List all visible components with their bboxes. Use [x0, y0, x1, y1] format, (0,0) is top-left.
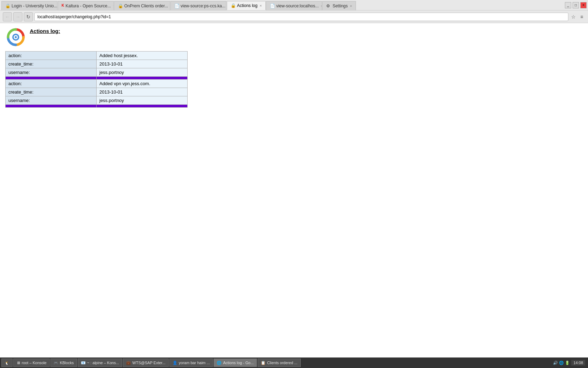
tab-onprem[interactable]: 🔒 OnPrem Clients order... × — [114, 1, 170, 10]
tab-viewsource2[interactable]: 📄 view-source:localhos... × — [266, 1, 322, 10]
tab-label-actions-log: Actions log — [237, 3, 258, 8]
page-content: Actions log: action: Added host jessex. … — [0, 23, 588, 363]
username-value-2: jess.portnoy — [97, 96, 188, 105]
action-label-2: action: — [6, 80, 97, 88]
title-bar: 🔒 Login - University Unio... × K Kaltura… — [0, 0, 588, 11]
yoram-icon: 👤 — [173, 361, 177, 365]
svg-point-3 — [15, 36, 17, 38]
address-bar[interactable]: localhost/asperger/changelog.php?id=1 — [34, 13, 568, 21]
reload-button[interactable]: ↻ — [24, 12, 33, 21]
table-row: create_time: 2013-10-01 — [6, 88, 188, 96]
tab-label-settings: Settings — [332, 4, 348, 8]
taskbar-start[interactable]: 🐧 — [1, 359, 13, 367]
konsole-icon: 🖥 — [16, 361, 20, 365]
system-tray: 🔊 🌐 🔋 — [553, 361, 570, 365]
taskbar-kblocks[interactable]: 🎮 KBlocks — [50, 359, 77, 367]
tab-label-kaltura: Kaltura - Open Source... — [65, 4, 111, 8]
browser-frame: 🔒 Login - University Unio... × K Kaltura… — [0, 0, 588, 368]
tab-viewsource1[interactable]: 📄 view-source:ps-ccs.ka... × — [170, 1, 226, 10]
close-button[interactable]: × — [580, 2, 587, 8]
tab-favicon-viewsource2: 📄 — [270, 4, 275, 8]
create-time-value-1: 2013-10-01 — [97, 60, 188, 68]
alpine-icon: 📧 — [81, 361, 86, 365]
menu-icon[interactable]: ≡ — [578, 13, 585, 20]
page-title: Actions log: — [30, 28, 60, 34]
username-label-2: username: — [6, 96, 97, 105]
wts-label: WTS@SAP Exter... — [132, 361, 166, 365]
table-row: username: jess.portnoy — [6, 68, 188, 77]
tab-favicon-onprem: 🔒 — [118, 4, 123, 8]
nav-right-icons: ☆ ≡ — [570, 13, 585, 20]
tab-favicon-actions-log: 🔒 — [231, 3, 236, 8]
tab-label-onprem: OnPrem Clients order... — [124, 4, 168, 8]
tab-label-viewsource1: view-source:ps-ccs.ka... — [181, 4, 225, 8]
taskbar-actions-log[interactable]: 🌐 Actions log - Go... — [214, 359, 257, 367]
action-value-1: Added host jessex. — [97, 52, 188, 60]
yoram-label: yoram bar haim ... — [179, 361, 210, 365]
taskbar-konsole[interactable]: 🖥 root – Konsole — [13, 359, 50, 367]
tab-label-viewsource2: view-source:localhos... — [276, 4, 318, 8]
window-controls: _ □ × — [565, 2, 587, 8]
tab-favicon-viewsource1: 📄 — [174, 4, 179, 8]
tab-actions-log[interactable]: 🔒 Actions log × — [227, 1, 266, 10]
log-table: action: Added host jessex. create_time: … — [5, 51, 188, 108]
tab-bar: 🔒 Login - University Unio... × K Kaltura… — [1, 0, 356, 10]
start-icon: 🐧 — [5, 361, 9, 365]
separator-row-2 — [6, 105, 188, 108]
nav-bar: ← → ↻ localhost/asperger/changelog.php?i… — [0, 11, 588, 23]
tab-login[interactable]: 🔒 Login - University Unio... × — [1, 1, 57, 10]
separator-cell-1a — [6, 77, 97, 80]
actions-log-label: Actions log - Go... — [223, 361, 253, 365]
action-label-1: action: — [6, 52, 97, 60]
taskbar-right: 🔊 🌐 🔋 14:08 — [553, 360, 587, 366]
kblocks-label: KBlocks — [60, 361, 74, 365]
tab-kaltura[interactable]: K Kaltura - Open Source... × — [58, 1, 114, 10]
create-time-label-1: create_time: — [6, 60, 97, 68]
reload-icon: ↻ — [26, 14, 30, 20]
create-time-label-2: create_time: — [6, 88, 97, 96]
taskbar-alpine[interactable]: 📧 ~ : alpine – Kons... — [78, 359, 122, 367]
tab-favicon-kaltura: K — [62, 4, 64, 8]
minimize-button[interactable]: _ — [565, 2, 571, 8]
tab-close-viewsource2[interactable]: × — [321, 4, 322, 8]
maximize-button[interactable]: □ — [573, 2, 579, 8]
back-button[interactable]: ← — [3, 12, 12, 21]
forward-button[interactable]: → — [13, 12, 22, 21]
taskbar-items: 🐧 🖥 root – Konsole 🎮 KBlocks 📧 ~ : alpin… — [1, 359, 301, 367]
clients-label: Clients ordered ... — [267, 361, 298, 365]
clock-time: 14:08 — [573, 361, 583, 365]
tab-favicon-settings: ⚙ — [326, 4, 331, 8]
tab-settings[interactable]: ⚙ Settings × — [322, 1, 356, 10]
header-area: Actions log: — [5, 27, 583, 48]
separator-cell-2b — [97, 105, 188, 108]
tab-close-kaltura[interactable]: × — [113, 4, 114, 8]
taskbar-clients[interactable]: 📋 Clients ordered ... — [258, 359, 301, 367]
taskbar-yoram[interactable]: 👤 yoram bar haim ... — [169, 359, 213, 367]
table-row: create_time: 2013-10-01 — [6, 60, 188, 68]
back-icon: ← — [5, 14, 10, 20]
create-time-value-2: 2013-10-01 — [97, 88, 188, 96]
table-row: username: jess.portnoy — [6, 96, 188, 105]
separator-row-1 — [6, 77, 188, 80]
tab-favicon-login: 🔒 — [5, 4, 10, 8]
action-value-2: Added vpn vpn.jess.com. — [97, 80, 188, 88]
tab-label-login: Login - University Unio... — [12, 4, 57, 8]
username-value-1: jess.portnoy — [97, 68, 188, 77]
kblocks-icon: 🎮 — [54, 361, 58, 365]
tab-close-settings[interactable]: × — [350, 4, 352, 8]
actions-log-icon: 🌐 — [217, 361, 222, 365]
wts-icon: 💼 — [126, 361, 131, 365]
tab-close-actions-log[interactable]: × — [260, 4, 262, 8]
alpine-label: ~ : alpine – Kons... — [87, 361, 119, 365]
separator-cell-1b — [97, 77, 188, 80]
konsole-label: root – Konsole — [22, 361, 47, 365]
taskbar-wts[interactable]: 💼 WTS@SAP Exter... — [123, 359, 169, 367]
separator-cell-2a — [6, 105, 97, 108]
username-label-1: username: — [6, 68, 97, 77]
clients-icon: 📋 — [261, 361, 266, 365]
bookmark-icon[interactable]: ☆ — [570, 13, 577, 20]
table-row: action: Added host jessex. — [6, 52, 188, 60]
site-logo — [5, 27, 26, 48]
taskbar: 🐧 🖥 root – Konsole 🎮 KBlocks 📧 ~ : alpin… — [0, 357, 588, 368]
table-row: action: Added vpn vpn.jess.com. — [6, 80, 188, 88]
